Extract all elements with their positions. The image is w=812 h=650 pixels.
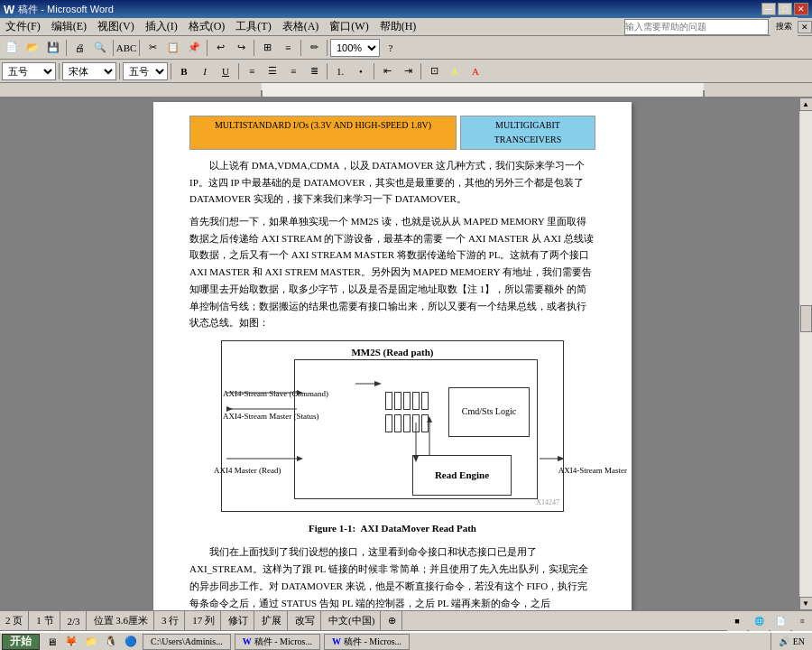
- figure-caption: Figure 1-1: AXI DataMover Read Path: [189, 521, 595, 537]
- section-label: 1 节: [36, 614, 53, 627]
- help-close-button[interactable]: ✕: [798, 21, 812, 33]
- mode-icon: ⊕: [388, 615, 396, 627]
- record-indicator: 修订: [223, 611, 254, 630]
- title-bar-controls[interactable]: — □ ✕: [761, 3, 808, 15]
- menu-insert[interactable]: 插入(I): [140, 17, 183, 36]
- taskbar-icon-1[interactable]: 🖥: [42, 632, 61, 651]
- columns-button[interactable]: ≡: [278, 38, 298, 58]
- scroll-track[interactable]: [800, 111, 812, 597]
- fifo-cell-10: [421, 414, 429, 432]
- section-indicator: 1 节: [31, 611, 60, 630]
- print-view-button[interactable]: 📄: [770, 611, 790, 631]
- paragraph-3: 我们在上面找到了我们设想的接口，这里看到命令接口和状态接口已是用了 AXI_ST…: [189, 543, 595, 610]
- align-left-button[interactable]: ≡: [242, 61, 262, 81]
- align-center-button[interactable]: ☰: [263, 61, 282, 81]
- toolbar-sep-6: [300, 40, 301, 56]
- web-view-button[interactable]: 🌐: [749, 611, 769, 631]
- maximize-button[interactable]: □: [778, 3, 792, 15]
- save-button[interactable]: 💾: [43, 38, 63, 58]
- paste-button[interactable]: 📌: [184, 38, 204, 58]
- open-button[interactable]: 📂: [23, 38, 42, 58]
- search-input[interactable]: [624, 19, 769, 35]
- fifo-cell-5: [421, 392, 429, 410]
- taskbar-explorer-app[interactable]: C:\Users\Adminis...: [143, 634, 231, 650]
- border-button[interactable]: ⊡: [424, 61, 444, 81]
- diagram-title: MM2S (Read path): [351, 345, 433, 361]
- increase-indent-button[interactable]: ⇥: [398, 61, 418, 81]
- spell-button[interactable]: ABC: [116, 38, 136, 58]
- taskbar-word-app-2[interactable]: W 稿件 - Micros...: [324, 634, 410, 650]
- style-dropdown[interactable]: 五号: [2, 62, 56, 80]
- toolbar-sep-3: [139, 40, 140, 56]
- print-button[interactable]: 🖨: [69, 38, 89, 58]
- language-label: 中文(中国): [328, 614, 374, 627]
- menu-format[interactable]: 格式(O): [183, 17, 231, 36]
- ruler-marks: [167, 83, 798, 97]
- redo-button[interactable]: ↪: [231, 38, 251, 58]
- language-indicator: 中文(中国): [323, 611, 381, 630]
- scroll-up-button[interactable]: ▲: [799, 98, 813, 111]
- toolbar-2: 五号 宋体 五号 B I U ≡ ☰ ≡ ≣ 1. • ⇤ ⇥ ⊡ A A: [0, 60, 812, 83]
- decrease-indent-button[interactable]: ⇤: [377, 61, 397, 81]
- fifo-cell-9: [412, 414, 420, 432]
- menu-table[interactable]: 表格(A): [277, 17, 325, 36]
- menu-tools[interactable]: 工具(T): [230, 17, 276, 36]
- document-page: MULTISTANDARD I/Os (3.3V AND HIGH-SPEED …: [153, 102, 632, 610]
- close-button[interactable]: ✕: [794, 3, 808, 15]
- menu-file[interactable]: 文件(F): [0, 17, 46, 36]
- taskbar-tray: 🔊 EN: [770, 633, 812, 650]
- taskbar-word-app-1[interactable]: W 稿件 - Micros...: [235, 634, 320, 650]
- copy-button[interactable]: 📋: [163, 38, 183, 58]
- toolbar-1: 📄 📂 💾 🖨 🔍 ABC ✂ 📋 📌 ↩ ↪ ⊞ ≡ ✏ 100% ?: [0, 36, 812, 60]
- menu-help[interactable]: 帮助(H): [374, 17, 422, 36]
- toolbar-sep-7: [327, 40, 328, 56]
- paragraph-2: 首先我们想一下，如果单独实现一个 MM2S 读，也就是说从从 MAPED MEM…: [189, 213, 595, 331]
- italic-button[interactable]: I: [195, 61, 215, 81]
- fifo-cell-4: [412, 392, 420, 410]
- axi4-master-status-label: AXI4-Stream Master (Status): [223, 410, 318, 422]
- scroll-thumb[interactable]: [800, 305, 812, 332]
- fig-caption-prefix: Figure 1-1:: [309, 523, 355, 534]
- taskbar-icon-3[interactable]: 📁: [81, 632, 101, 651]
- align-right-button[interactable]: ≡: [283, 61, 303, 81]
- main-area: MULTISTANDARD I/Os (3.3V AND HIGH-SPEED …: [0, 98, 812, 610]
- minimize-button[interactable]: —: [761, 3, 776, 15]
- bold-button[interactable]: B: [174, 61, 194, 81]
- start-button[interactable]: 开始: [2, 634, 40, 650]
- drawing-button[interactable]: ✏: [304, 38, 324, 58]
- fifo-cell-3: [403, 392, 411, 410]
- normal-view-button[interactable]: ■: [727, 611, 747, 631]
- numbering-button[interactable]: 1.: [330, 61, 350, 81]
- status-bar: 2 页 1 节 2/3 位置 3.6厘米 3 行 17 列 修订 扩展 改写 中…: [0, 610, 812, 630]
- cut-button[interactable]: ✂: [143, 38, 162, 58]
- help2-button[interactable]: ?: [381, 38, 401, 58]
- fifo-cell-2: [394, 392, 401, 410]
- search-button[interactable]: 搜索: [770, 17, 798, 37]
- zoom-dropdown[interactable]: 100%: [330, 39, 380, 57]
- outline-view-button[interactable]: ≡: [792, 611, 812, 631]
- fontsize-dropdown[interactable]: 五号: [123, 62, 168, 80]
- page-count-indicator: 2/3: [62, 611, 87, 630]
- fifo-cell-6: [385, 414, 392, 432]
- underline-button[interactable]: U: [216, 61, 235, 81]
- scroll-down-button[interactable]: ▼: [799, 597, 813, 610]
- new-button[interactable]: 📄: [2, 38, 22, 58]
- taskbar-icon-4[interactable]: 🐧: [101, 632, 121, 651]
- taskbar-icon-5[interactable]: 🔵: [121, 632, 141, 651]
- print-preview-button[interactable]: 🔍: [90, 38, 110, 58]
- document-scroll[interactable]: MULTISTANDARD I/Os (3.3V AND HIGH-SPEED …: [0, 98, 785, 610]
- font-dropdown[interactable]: 宋体: [62, 62, 116, 80]
- highlight-button[interactable]: A: [445, 61, 465, 81]
- justify-button[interactable]: ≣: [304, 61, 324, 81]
- menu-edit[interactable]: 编辑(E): [46, 17, 92, 36]
- font-color-button[interactable]: A: [466, 61, 485, 81]
- table-button[interactable]: ⊞: [257, 38, 277, 58]
- vertical-scrollbar[interactable]: ▲ ▼: [798, 98, 812, 610]
- bullet-button[interactable]: •: [351, 61, 371, 81]
- menu-view[interactable]: 视图(V): [92, 17, 140, 36]
- position-indicator: 位置 3.6厘米: [88, 611, 155, 630]
- taskbar-icon-2[interactable]: 🦊: [61, 632, 81, 651]
- toolbar-sep-2: [113, 40, 114, 56]
- menu-window[interactable]: 窗口(W): [324, 17, 374, 36]
- undo-button[interactable]: ↩: [210, 38, 230, 58]
